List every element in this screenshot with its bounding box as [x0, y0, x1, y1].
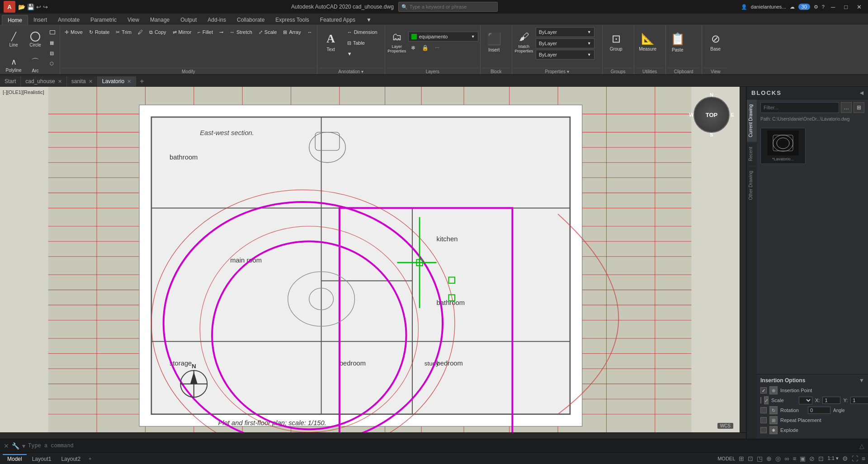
group-button[interactable]: ⊡ Group: [604, 27, 628, 57]
redo-icon[interactable]: ↪: [43, 4, 48, 10]
polar-icon[interactable]: ⊕: [766, 455, 772, 462]
scale-button[interactable]: ⤢ Scale: [256, 27, 280, 37]
ortho-icon[interactable]: ◳: [757, 455, 763, 462]
measure-button[interactable]: 📐 Measure: [636, 27, 660, 57]
model-tab[interactable]: Model: [3, 454, 27, 463]
reverse-icon-btn[interactable]: ↔: [305, 27, 315, 37]
scale-y-input[interactable]: [850, 397, 868, 404]
stretch-button[interactable]: ↔ Stretch: [227, 27, 255, 37]
rectangle-button[interactable]: [47, 27, 58, 37]
insertion-options-arrow[interactable]: ▼: [859, 377, 864, 384]
open-icon[interactable]: 📂: [18, 4, 25, 10]
command-input[interactable]: [28, 443, 859, 449]
feather-icon-btn[interactable]: 🖊: [135, 27, 146, 37]
array-button[interactable]: ⊞ Array: [280, 27, 303, 37]
save-icon[interactable]: 💾: [27, 4, 34, 10]
annotation-expand[interactable]: ▼: [344, 49, 380, 59]
tab-collaborate[interactable]: Collaborate: [231, 15, 270, 25]
hatch-button[interactable]: ▦: [47, 37, 58, 47]
grid-display-icon[interactable]: ⊞: [739, 455, 744, 462]
tab-cad-uhouse[interactable]: cad_uhouse ✕: [21, 76, 66, 86]
panel-collapse-arrow[interactable]: ◀: [860, 90, 863, 95]
new-tab-button[interactable]: +: [136, 76, 147, 86]
custom-icon[interactable]: ≡: [862, 455, 865, 462]
tab-more[interactable]: ▼: [361, 15, 377, 25]
tab-output[interactable]: Output: [175, 15, 202, 25]
trim-button[interactable]: ✂ Trim: [113, 27, 134, 37]
current-drawing-tab[interactable]: Current Drawing: [747, 99, 757, 142]
explode-checkbox[interactable]: [760, 427, 767, 433]
move-button[interactable]: ✛ Move: [62, 27, 85, 37]
search-box[interactable]: 🔍: [398, 2, 498, 12]
search-input[interactable]: [410, 4, 491, 9]
tab-lavatorio[interactable]: Lavatorio ✕: [98, 76, 136, 86]
compass-top-label[interactable]: TOP: [693, 97, 730, 133]
arc-button[interactable]: ⌒ Arc: [25, 52, 45, 75]
layer-properties-button[interactable]: 🗂 Layer Properties: [387, 27, 407, 57]
tab-annotate[interactable]: Annotate: [52, 15, 85, 25]
fillet-button[interactable]: ⌐ Fillet: [195, 27, 216, 37]
otrack-icon[interactable]: ∞: [784, 455, 789, 462]
cmd-x-icon[interactable]: ✕: [4, 442, 9, 450]
tab-express[interactable]: Express Tools: [270, 15, 314, 25]
recent-tab[interactable]: Recent: [747, 142, 757, 166]
table-button[interactable]: ⊟ Table: [344, 38, 380, 48]
transparency-icon[interactable]: ▣: [800, 455, 806, 462]
layer-freeze-btn[interactable]: ❄: [408, 43, 418, 53]
qp-icon[interactable]: ⊘: [809, 455, 815, 462]
minimize-btn[interactable]: ─: [828, 4, 838, 10]
match-properties-button[interactable]: 🖌 Match Properties: [514, 27, 534, 57]
region-button[interactable]: ⬡: [47, 58, 58, 68]
sc-icon[interactable]: ⊡: [818, 455, 824, 462]
base-button[interactable]: ⊘ Base: [704, 27, 727, 57]
close-tab-sanita[interactable]: ✕: [89, 79, 93, 84]
copy-button[interactable]: ⧉ Copy: [146, 27, 169, 37]
wcs-label[interactable]: WCS: [717, 423, 733, 429]
tab-sanita[interactable]: sanita ✕: [67, 76, 98, 86]
paste-button[interactable]: 📋 Paste: [668, 27, 688, 57]
rotation-input[interactable]: [808, 407, 830, 414]
align-icon-btn[interactable]: ⊸: [217, 27, 226, 37]
horizontal-scrollbar[interactable]: [0, 432, 746, 439]
rotate-button[interactable]: ↻ Rotate: [86, 27, 112, 37]
close-tab-lavatorio[interactable]: ✕: [127, 79, 131, 84]
fullscreen-icon[interactable]: ⛶: [852, 455, 858, 462]
scale-x-input[interactable]: [822, 397, 840, 404]
dimension-button[interactable]: ↔ Dimension: [344, 27, 380, 37]
other-drawing-tab[interactable]: Other Drawing: [747, 166, 757, 204]
insertion-point-checkbox[interactable]: [760, 387, 767, 394]
cmd-chevron-up[interactable]: △: [859, 442, 864, 450]
cmd-wrench-icon[interactable]: 🔧: [12, 442, 19, 450]
line-button[interactable]: ╱ Line: [4, 27, 24, 52]
tab-parametric[interactable]: Parametric: [85, 15, 122, 25]
circle-button[interactable]: Circle: [25, 27, 45, 52]
add-layout-btn[interactable]: +: [86, 455, 94, 462]
maximize-btn[interactable]: □: [841, 4, 850, 10]
filter-grid-btn[interactable]: ⊞: [854, 102, 864, 113]
layer-lock-btn[interactable]: 🔒: [419, 43, 431, 53]
tab-featured[interactable]: Featured Apps: [315, 15, 361, 25]
close-btn[interactable]: ✕: [854, 4, 864, 10]
tab-insert[interactable]: Insert: [28, 15, 52, 25]
filter-input[interactable]: [760, 102, 839, 113]
drawing-canvas[interactable]: [-][OLE1][Realistic] ─ □ ✕: [0, 87, 740, 432]
layout1-tab[interactable]: Layout1: [28, 454, 56, 463]
layer-dropdown[interactable]: equipamento ▼: [408, 32, 478, 42]
tab-view[interactable]: View: [122, 15, 145, 25]
block-item-lavatorio[interactable]: *Lavatorio...: [760, 128, 806, 164]
lineweight-icon[interactable]: ≡: [793, 455, 796, 462]
tab-addins[interactable]: Add-ins: [202, 15, 231, 25]
undo-icon[interactable]: ↩: [36, 4, 41, 10]
tab-start[interactable]: Start: [0, 76, 21, 86]
insert-button[interactable]: ⬛ Insert: [482, 27, 506, 57]
close-tab-cad[interactable]: ✕: [58, 79, 62, 84]
tab-manage[interactable]: Manage: [145, 15, 175, 25]
bylayer-dropdown-3[interactable]: ByLayer ▼: [536, 50, 594, 60]
cloud-icon[interactable]: ☁: [790, 4, 795, 10]
filter-more-btn[interactable]: …: [841, 102, 852, 113]
workspace-icon[interactable]: ⚙: [842, 455, 848, 462]
cmd-dropdown-icon[interactable]: ▾: [22, 442, 25, 450]
scale-dropdown[interactable]: [799, 397, 812, 404]
settings-icon[interactable]: ⚙: [814, 4, 818, 10]
snap-icon[interactable]: ⊡: [748, 455, 753, 462]
